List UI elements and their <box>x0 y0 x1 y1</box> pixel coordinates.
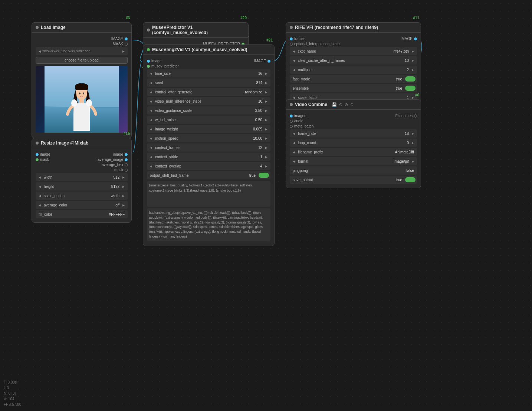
svg-point-7 <box>71 99 77 107</box>
load-image-header: #3 Load Image <box>32 23 131 33</box>
param-image-weight[interactable]: ◄ image_weight 0.005 ► <box>147 125 270 133</box>
resize-image-header: #15 Resize Image @Mixlab <box>32 138 131 148</box>
param-save-output[interactable]: save_output true <box>290 176 417 184</box>
param-context-overlap[interactable]: ◄ context_overlap 4 ► <box>147 162 270 170</box>
param-average-color[interactable]: ◄ average_color off ► <box>36 201 128 209</box>
musev-img2vid-id: #21 <box>266 38 273 42</box>
param-width[interactable]: ◄ width 512 ► <box>36 173 128 181</box>
param-multiplier[interactable]: ◄ multiplier 2 ► <box>290 66 417 74</box>
param-loop-count[interactable]: ◄ loop_count 0 ► <box>290 139 417 147</box>
status-i: I: 0 <box>4 385 21 391</box>
video-combine-status <box>290 103 293 106</box>
port-rife-frames: frames IMAGE <box>290 37 417 41</box>
param-time-size[interactable]: ◄ time_size 16 ► <box>147 69 270 77</box>
status-n: N: 0 [0] <box>4 391 21 396</box>
load-image-status <box>36 26 39 29</box>
output-shift-toggle[interactable] <box>259 173 269 178</box>
video-combine-header: #6 Video Combine 💾 ⊙ ⊙ ⊙ <box>286 100 421 110</box>
negative-prompt[interactable]: badhandv4, ng_deepnegative_v1_75t, (((mu… <box>147 208 270 241</box>
status-bar: T: 0.00s I: 0 N: 0 [0] V: 104 FPS:57.80 <box>4 379 21 407</box>
param-fill-color[interactable]: fill_color #FFFFFF <box>36 210 128 218</box>
rife-vfi-id: #11 <box>413 16 419 20</box>
port-avg-hex-output: average_hex <box>36 163 128 167</box>
musev-predictor-header: #20 MuseVPredictor V1 (comfyui_musev_evo… <box>143 23 248 38</box>
file-next-btn[interactable]: ► <box>121 49 126 53</box>
rife-vfi-header: #11 RIFE VFI (recommend rife47 and rife4… <box>286 23 421 33</box>
video-combine-title: Video Combine <box>295 102 327 107</box>
musev-img2vid-title: MuseVImg2Vid V1 (comfyui_musev_evolved) <box>152 47 247 52</box>
param-output-shift[interactable]: output_shift_first_frame true <box>147 171 270 179</box>
port-img2vid-image: image IMAGE <box>147 59 270 63</box>
param-filename-prefix[interactable]: ◄ filename_prefix AnimateDiff <box>290 148 417 156</box>
param-pingpong[interactable]: pingpong false <box>290 166 417 175</box>
param-scale-option[interactable]: ◄ scale_option width ► <box>36 192 128 200</box>
svg-point-6 <box>83 93 84 95</box>
param-motion-speed[interactable]: ◄ motion_speed 10.00 ► <box>147 134 270 142</box>
port-mask-input: mask average_image <box>36 158 128 162</box>
resize-image-node: #15 Resize Image @Mixlab image image mas… <box>32 138 132 223</box>
port-mask-output: MASK <box>36 42 128 46</box>
status-fps: FPS:57.80 <box>4 402 21 407</box>
musev-img2vid-node: #21 MuseVImg2Vid V1 (comfyui_musev_evolv… <box>143 44 275 246</box>
video-combine-icon-4: ⊙ <box>350 102 354 107</box>
file-prev-btn[interactable]: ◄ <box>37 49 42 53</box>
status-time: T: 0.00s <box>4 379 21 385</box>
rife-vfi-node: #11 RIFE VFI (recommend rife47 and rife4… <box>286 22 421 106</box>
param-format[interactable]: ◄ format image/gif ► <box>290 157 417 165</box>
param-context-frames[interactable]: ◄ context_frames 12 ► <box>147 143 270 152</box>
param-guidance-scale[interactable]: ◄ video_guidance_scale 3.50 ► <box>147 106 270 115</box>
positive-prompt[interactable]: (masterpiece, best quality, highres:1),(… <box>147 181 270 207</box>
video-combine-icon-2: ⊙ <box>339 102 342 107</box>
musev-predictor-status <box>147 29 150 32</box>
param-seed[interactable]: ◄ seed 814 ► <box>147 79 270 87</box>
svg-rect-9 <box>79 98 84 103</box>
musev-img2vid-status <box>147 48 150 51</box>
port-combine-images: images Filenames <box>290 114 417 118</box>
param-control-after[interactable]: ◄ control_after_generate randomize ► <box>147 88 270 96</box>
port-combine-audio: audio <box>290 119 417 123</box>
rife-vfi-title: RIFE VFI (recommend rife47 and rife49) <box>295 25 378 30</box>
param-ensemble[interactable]: ensemble true <box>290 84 417 92</box>
param-w-ind-noise[interactable]: ◄ w_ind_noise 0.50 ► <box>147 116 270 124</box>
video-combine-icon-1: 💾 <box>332 102 337 107</box>
ensemble-toggle[interactable] <box>405 86 416 91</box>
fast-mode-toggle[interactable] <box>405 76 416 82</box>
file-display: ◄ 2024-05-22_12-15-30_9397.png ► <box>36 47 128 55</box>
load-image-id: #3 <box>126 16 130 20</box>
param-inference-steps[interactable]: ◄ video_num_inference_steps 10 ► <box>147 97 270 105</box>
save-output-toggle[interactable] <box>405 177 416 182</box>
load-image-title: Load Image <box>41 25 66 30</box>
video-combine-node: #6 Video Combine 💾 ⊙ ⊙ ⊙ images Filename… <box>286 99 421 188</box>
rife-vfi-status <box>290 26 293 29</box>
musev-img2vid-header: #21 MuseVImg2Vid V1 (comfyui_musev_evolv… <box>143 45 274 55</box>
resize-image-id: #15 <box>124 132 130 136</box>
upload-button[interactable]: choose file to upload <box>36 57 128 64</box>
image-thumbnail <box>36 66 128 133</box>
port-combine-meta: meta_batch <box>290 124 417 128</box>
musev-predictor-title: MuseVPredictor V1 (comfyui_musev_evolved… <box>152 25 244 35</box>
video-combine-id: #6 <box>415 93 419 97</box>
svg-point-8 <box>86 99 92 107</box>
port-image-output: IMAGE <box>36 37 128 41</box>
status-v: V: 104 <box>4 396 21 402</box>
resize-image-title: Resize Image @Mixlab <box>41 140 88 146</box>
port-mask-output: mask <box>36 168 128 172</box>
musev-predictor-id: #20 <box>240 16 247 20</box>
port-rife-interp: optional_interpolation_states <box>290 42 417 46</box>
port-image-input: image image <box>36 152 128 156</box>
param-context-stride[interactable]: ◄ context_stride 1 ► <box>147 153 270 161</box>
svg-point-5 <box>79 93 81 95</box>
file-name: 2024-05-22_12-15-30_9397.png <box>42 49 121 53</box>
param-frame-rate[interactable]: ◄ frame_rate 18 ► <box>290 129 417 137</box>
param-clear-cache[interactable]: ◄ clear_cache_after_n_frames 10 ► <box>290 56 417 64</box>
video-combine-icon-3: ⊙ <box>345 102 348 107</box>
param-fast-mode[interactable]: fast_mode true <box>290 75 417 83</box>
resize-image-status <box>36 142 39 145</box>
param-height[interactable]: ◄ height 8192 ► <box>36 182 128 190</box>
load-image-node: #3 Load Image IMAGE MASK <box>32 22 132 138</box>
param-ckpt-name[interactable]: ◄ ckpt_name rife47.pth ► <box>290 47 417 55</box>
port-img2vid-predictor: musev_predictor <box>147 64 270 68</box>
